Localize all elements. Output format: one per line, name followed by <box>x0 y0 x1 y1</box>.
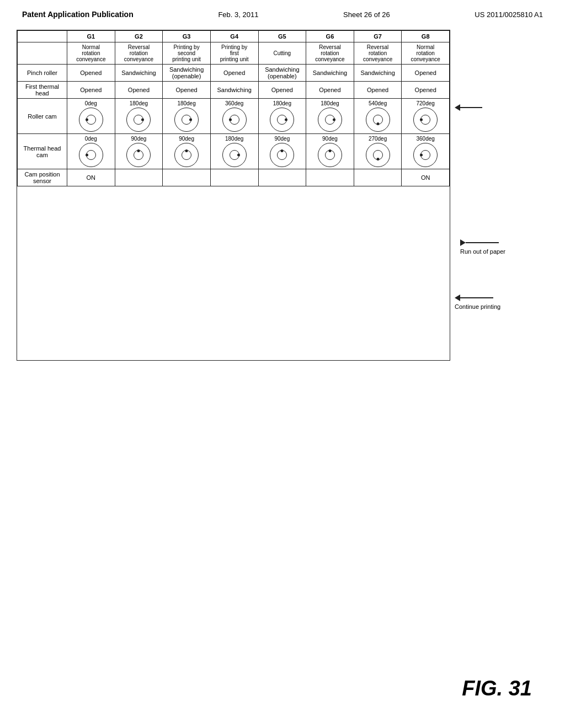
cell-thermalcam-G4: 180deg <box>210 134 258 169</box>
cell-pinch-G2: Sandwiching <box>115 65 163 82</box>
cell-camsensor-G7 <box>354 169 402 186</box>
col-header-G1: G1 <box>67 31 115 42</box>
page-header: Patent Application Publication Feb. 3, 2… <box>0 0 565 24</box>
cell-camsensor-G6 <box>306 169 354 186</box>
sheet-info: Sheet 26 of 26 <box>343 10 390 19</box>
subheader-label <box>18 42 67 65</box>
row-label-pinch: Pinch roller <box>18 65 67 82</box>
cell-rollercam-G8: 720deg <box>402 99 450 134</box>
cell-pinch-G7: Sandwiching <box>354 65 402 82</box>
cell-rollercam-G6: 180deg <box>306 99 354 134</box>
side-notes-section: Continue printing Run out of paper <box>455 30 548 361</box>
cell-camsensor-G2 <box>115 169 163 186</box>
subheader-G5: Cutting <box>258 42 306 65</box>
cell-camsensor-G8: ON <box>402 169 450 186</box>
cell-thermalcam-G6: 90deg <box>306 134 354 169</box>
figure-label: FIG. 31 <box>462 677 532 700</box>
row-label-cam-sensor: Cam position sensor <box>18 169 67 186</box>
row-label-thermal: First thermal head <box>18 82 67 99</box>
subheader-G1: Normalrotationconveyance <box>67 42 115 65</box>
cell-rollercam-G5: 180deg <box>258 99 306 134</box>
column-header-row: G1 G2 G3 G4 G5 G6 G7 G8 <box>18 31 450 42</box>
subheader-row: Normalrotationconveyance Reversalrotatio… <box>18 42 450 65</box>
cell-thermalcam-G5: 90deg <box>258 134 306 169</box>
row-label-roller-cam: Roller cam <box>18 99 67 134</box>
col-header-label <box>18 31 67 42</box>
cell-thermal-G3: Opened <box>163 82 211 99</box>
cell-rollercam-G7: 540deg <box>354 99 402 134</box>
cell-thermal-G5: Opened <box>258 82 306 99</box>
cell-thermal-G1: Opened <box>67 82 115 99</box>
cell-thermal-G4: Sandwiching <box>210 82 258 99</box>
cell-rollercam-G3: 180deg <box>163 99 211 134</box>
col-header-G3: G3 <box>163 31 211 42</box>
col-header-G7: G7 <box>354 31 402 42</box>
col-header-G4: G4 <box>210 31 258 42</box>
row-pinch-roller: Pinch roller Opened Sandwiching Sandwich… <box>18 65 450 82</box>
cell-pinch-G1: Opened <box>67 65 115 82</box>
cell-rollercam-G4: 360deg <box>210 99 258 134</box>
cell-camsensor-G5 <box>258 169 306 186</box>
cell-thermalcam-G7: 270deg <box>354 134 402 169</box>
cell-thermal-G8: Opened <box>402 82 450 99</box>
main-content: G1 G2 G3 G4 G5 G6 G7 G8 Normalrotationco… <box>0 24 565 372</box>
runout-label: Run out of paper <box>460 248 505 255</box>
subheader-G7: Reversalrotationconveyance <box>354 42 402 65</box>
cell-thermalcam-G1: 0deg <box>67 134 115 169</box>
cell-camsensor-G3 <box>163 169 211 186</box>
subheader-G6: Reversalrotationconveyance <box>306 42 354 65</box>
runout-block: Run out of paper <box>460 239 505 255</box>
col-header-G2: G2 <box>115 31 163 42</box>
cell-pinch-G8: Opened <box>402 65 450 82</box>
continue-printing-label: Continue printing <box>455 303 500 310</box>
row-thermal-head: First thermal head Opened Opened Opened … <box>18 82 450 99</box>
subheader-G2: Reversalrotationconveyance <box>115 42 163 65</box>
row-roller-cam: Roller cam 0deg <box>18 99 450 134</box>
continue-printing-block: Continue printing <box>455 295 500 310</box>
cell-thermalcam-G2: 90deg <box>115 134 163 169</box>
main-table-container: G1 G2 G3 G4 G5 G6 G7 G8 Normalrotationco… <box>17 30 450 361</box>
cell-pinch-G5: Sandwiching(openable) <box>258 65 306 82</box>
cell-pinch-G4: Opened <box>210 65 258 82</box>
cell-pinch-G6: Sandwiching <box>306 65 354 82</box>
arrow-reversal <box>455 104 482 111</box>
subheader-G4: Printing byfirstprinting unit <box>210 42 258 65</box>
cell-rollercam-G2: 180deg <box>115 99 163 134</box>
cell-thermal-G6: Opened <box>306 82 354 99</box>
cell-pinch-G3: Sandwiching(openable) <box>163 65 211 82</box>
row-thermal-head-cam: Thermal head cam 0deg <box>18 134 450 169</box>
col-header-G8: G8 <box>402 31 450 42</box>
cell-thermalcam-G3: 90deg <box>163 134 211 169</box>
subheader-G3: Printing bysecondprinting unit <box>163 42 211 65</box>
col-header-G5: G5 <box>258 31 306 42</box>
cell-thermal-G7: Opened <box>354 82 402 99</box>
col-header-G6: G6 <box>306 31 354 42</box>
cell-thermalcam-G8: 360deg <box>402 134 450 169</box>
date-label: Feb. 3, 2011 <box>218 10 258 19</box>
cell-camsensor-G1: ON <box>67 169 115 186</box>
cell-camsensor-G4 <box>210 169 258 186</box>
cell-thermal-G2: Opened <box>115 82 163 99</box>
subheader-G8: Normalrotationconveyance <box>402 42 450 65</box>
data-table: G1 G2 G3 G4 G5 G6 G7 G8 Normalrotationco… <box>17 30 450 186</box>
publication-label: Patent Application Publication <box>22 10 134 19</box>
row-label-thermal-cam: Thermal head cam <box>18 134 67 169</box>
cell-rollercam-G1: 0deg <box>67 99 115 134</box>
patent-number: US 2011/0025810 A1 <box>475 10 543 19</box>
row-cam-position-sensor: Cam position sensor ON ON <box>18 169 450 186</box>
